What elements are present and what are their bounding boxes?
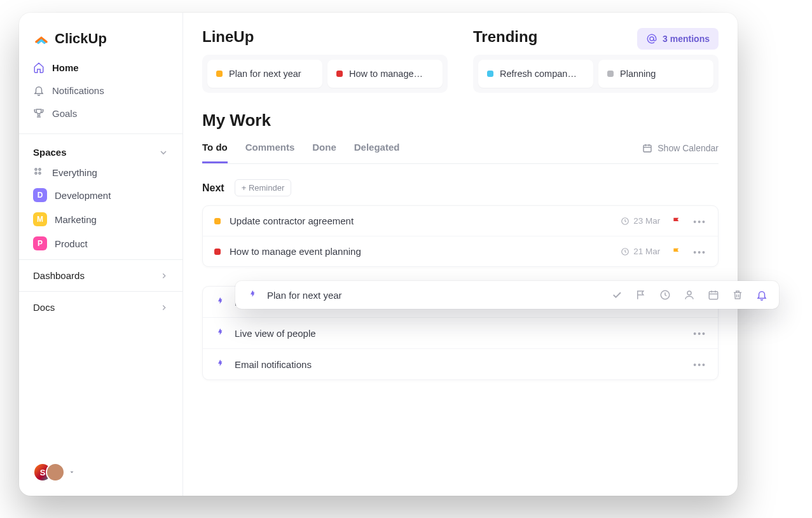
card-label: Plan for next year [229,69,301,79]
nav-label: Docs [33,302,55,313]
brand-name: ClickUp [55,31,107,47]
nav-label: Home [52,62,79,73]
spaces-header[interactable]: Spaces [24,140,177,161]
main-content: 3 mentions LineUp Plan for next year How… [183,13,738,496]
space-product[interactable]: P Product [24,231,177,256]
svg-rect-10 [709,292,718,299]
task-title: How to manage event planning [230,246,361,257]
status-dot [214,218,221,224]
task-title: Email notifications [235,359,312,370]
spaces-section: Spaces Everything D Development M Market… [19,133,182,259]
app-window: ClickUp Home Notifications Goals Spaces [19,13,738,496]
task-more-button[interactable] [693,332,706,334]
chevron-right-icon [160,271,169,280]
space-development[interactable]: D Development [24,183,177,207]
task-more-button[interactable] [693,251,706,252]
home-icon [33,62,45,73]
svg-point-0 [35,168,37,170]
add-reminder-button[interactable]: + Reminder [235,179,292,196]
lineup-card[interactable]: How to manage… [327,60,443,88]
tab-comments[interactable]: Comments [245,142,295,163]
show-calendar-button[interactable]: Show Calendar [642,143,719,162]
svg-point-2 [35,172,37,174]
avatar[interactable] [46,463,65,482]
chevron-down-icon [158,147,169,158]
user-avatars[interactable]: S [33,463,75,482]
card-label: Planning [620,69,656,79]
space-label: Product [55,238,88,249]
clock-icon[interactable] [659,289,671,301]
sidebar: ClickUp Home Notifications Goals Spaces [19,13,183,496]
space-badge: D [33,188,47,202]
reminder-icon [214,327,226,339]
task-popover[interactable]: Plan for next year [235,281,779,309]
status-dot [607,71,614,77]
caret-down-icon[interactable] [69,469,75,475]
trending-card[interactable]: Planning [598,60,713,88]
status-dot [487,71,493,77]
nav-goals[interactable]: Goals [24,102,177,125]
status-dot [216,71,223,77]
task-group: Update contractor agreement 23 Mar How t… [202,205,719,267]
task-row[interactable]: How to manage event planning 21 Mar [203,236,718,266]
trophy-icon [33,107,45,119]
task-date[interactable]: 23 Mar [621,216,660,226]
space-everything[interactable]: Everything [24,161,177,183]
tab-todo[interactable]: To do [202,142,228,163]
task-meta: 21 Mar [621,247,706,257]
flag-icon[interactable] [635,289,647,301]
mywork-tabs-row: To do Comments Done Delegated Show Calen… [202,142,719,164]
mentions-badge[interactable]: 3 mentions [637,28,719,50]
tab-done[interactable]: Done [312,142,336,163]
card-label: How to manage… [349,69,423,79]
svg-point-9 [687,291,691,295]
nav-label: Notifications [52,85,104,96]
nav-docs[interactable]: Docs [19,291,182,323]
chevron-right-icon [160,303,169,312]
lineup-col: LineUp Plan for next year How to manage… [202,28,448,93]
task-row[interactable]: Update contractor agreement 23 Mar [203,206,718,236]
calendar-icon[interactable] [708,289,719,301]
task-more-button[interactable] [693,364,706,365]
task-row[interactable]: Email notifications [203,348,718,379]
popover-actions [611,289,767,301]
nav-dashboards[interactable]: Dashboards [19,259,182,291]
trash-icon[interactable] [732,289,743,301]
flag-icon[interactable] [671,216,682,226]
status-dot [214,249,221,255]
space-label: Development [55,190,111,201]
mywork-tabs: To do Comments Done Delegated [202,142,399,163]
task-date[interactable]: 21 Mar [621,247,660,256]
svg-point-1 [39,168,41,170]
task-title: Live view of people [235,328,316,339]
reminder-icon [214,358,226,370]
check-icon[interactable] [611,289,623,301]
grid-icon [33,167,45,178]
next-label: Next [202,182,224,194]
lineup-heading: LineUp [202,28,448,46]
flag-icon[interactable] [671,247,682,257]
task-row[interactable]: Live view of people [203,317,718,348]
status-dot [336,71,343,77]
space-badge: M [33,212,47,226]
clock-icon [621,217,630,226]
at-icon [646,33,657,44]
next-row: Next + Reminder [202,179,719,196]
space-label: Marketing [55,214,97,225]
brand-logo[interactable]: ClickUp [19,13,182,56]
task-more-button[interactable] [693,221,706,222]
nav-notifications[interactable]: Notifications [24,79,177,102]
space-marketing[interactable]: M Marketing [24,207,177,231]
lineup-card[interactable]: Plan for next year [207,60,322,88]
primary-nav: Home Notifications Goals [19,56,182,125]
clock-icon [621,247,630,256]
card-label: Refresh compan… [500,69,577,79]
nav-home[interactable]: Home [24,56,177,79]
trending-card[interactable]: Refresh compan… [478,60,593,88]
bell-icon[interactable] [756,289,767,301]
nav-label: Dashboards [33,270,85,281]
assignee-icon[interactable] [684,289,695,301]
tab-delegated[interactable]: Delegated [354,142,400,163]
space-label: Everything [52,167,97,178]
bell-icon [33,85,45,96]
